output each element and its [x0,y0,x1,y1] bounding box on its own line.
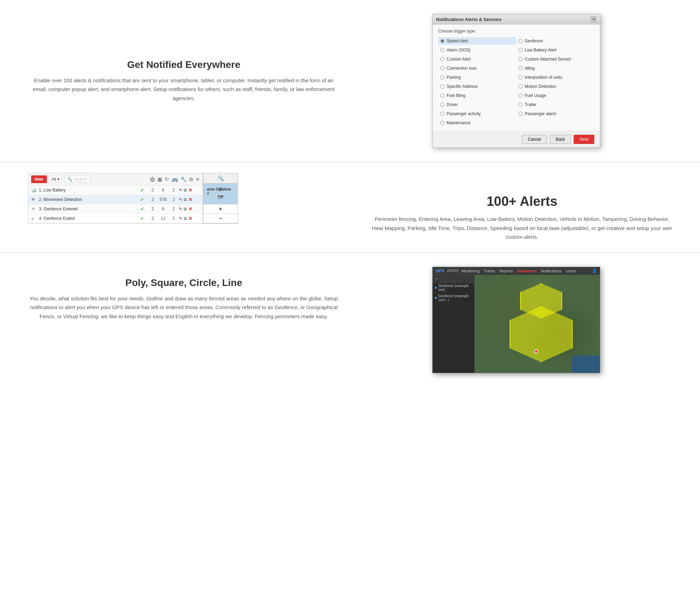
geofence-label-1: Geofence (example one) [438,284,472,292]
alert-n1-2: 2 [147,197,158,202]
edit-icon-3[interactable]: ✎ [179,207,182,211]
map-search-button[interactable]: 🔍 [203,173,238,183]
zoom-out-button[interactable]: − [203,214,238,223]
dialog-titlebar: Notifications Alerts & Sensors ✕ [433,14,600,25]
edit-icon[interactable]: ✎ [179,188,182,193]
copy-row-icon-2[interactable]: ⧉ [184,197,187,202]
option-interposition[interactable]: Interposition of units [516,74,594,81]
filter-all-label: All [51,177,56,182]
power-icon[interactable]: ⏻ [150,176,155,182]
gps-vehicle-marker [534,349,538,354]
map-eye-icon[interactable]: 👁 [217,186,224,194]
alerts-heading: 100+ Alerts [372,194,672,209]
nav-monitoring[interactable]: Monitoring [462,269,479,273]
option-geofence[interactable]: Geofence [516,37,594,45]
option-speed-alert[interactable]: Speed Alert [438,37,516,45]
option-passenger-activity[interactable]: Passenger activity [438,110,516,118]
table-row: ↙ 4. Geofence Exited ✓ 2 11 2 ✎ ⧉ ✕ [28,214,203,223]
next-button[interactable]: Next [574,135,594,144]
option-driver[interactable]: Driver [438,101,516,109]
edit-icon-4[interactable]: ✎ [179,216,182,221]
delete-icon-1[interactable]: ✕ [188,187,192,193]
option-trailer[interactable]: Trailer [516,101,594,109]
tool-icon[interactable]: 🔧 [181,176,187,182]
alerts-body: Perimeter fencing, Entering Area, Leavin… [372,215,672,242]
poly-heading: Poly, Square, Circle, Line [28,277,340,288]
close-icon[interactable]: ✕ [196,176,200,182]
add-geofence-icon[interactable]: ＋ [435,277,438,280]
option-specific-address[interactable]: Specific Address [438,83,516,90]
alert-n1-4: 2 [147,216,158,221]
delete-icon-3[interactable]: ✕ [188,206,192,212]
radio-specific-address [440,84,444,89]
alert-n2-2: 578 [158,197,168,202]
grid-icon[interactable]: ▦ [158,176,162,182]
option-custom-alert[interactable]: Custom Alert [438,55,516,63]
back-button[interactable]: Back [550,135,571,144]
option-maintenance[interactable]: Maintenance [438,119,516,127]
dialog-close-button[interactable]: ✕ [591,16,596,22]
table-row: 📊 1. Low Battery ✓ 2 6 2 ✎ ⧉ ✕ [28,186,203,195]
search-box[interactable]: 🔍 Search [64,176,90,183]
filter-all-select[interactable]: All ▾ [49,176,62,183]
gps-window: GPS WINDS Monitoring Tracks Reports Geof… [432,267,600,373]
row-icon-geofence-exit: ↙ [31,216,39,221]
radio-fuel-filling [440,93,444,98]
copy-row-icon-3[interactable]: ⧉ [184,207,187,211]
list-item[interactable]: Geofence (example cont...) [433,293,474,303]
map-layers-icon[interactable]: 🗺 [218,194,223,201]
copy-icon[interactable]: ⧉ [189,176,193,182]
nav-geofences[interactable]: Geofences [517,269,537,273]
refresh-icon[interactable]: ↻ [165,176,169,182]
zoom-in-button[interactable]: + [203,204,238,214]
delete-icon-2[interactable]: ✕ [188,197,192,202]
gps-user-icon: 👤 [592,269,597,273]
option-idling[interactable]: Idling [516,64,594,72]
search-placeholder: Search [74,177,87,182]
row-icon-eye: 👁 [31,197,39,202]
delete-icon-4[interactable]: ✕ [188,216,192,221]
option-fuel-filling[interactable]: Fuel filling [438,92,516,99]
alert-row-icons-3: ✎ ⧉ ✕ [179,206,200,212]
new-alert-button[interactable]: New [31,175,47,183]
option-low-battery-alert[interactable]: Low Battery Alert [516,46,594,54]
map-zoom-controls: + − [203,204,238,223]
nav-tracks[interactable]: Tracks [484,269,495,273]
alert-check-1: ✓ [137,187,147,193]
option-fuel-usage[interactable]: Fuel Usage [516,92,594,99]
option-passenger-alarm[interactable]: Passenger alarm [516,110,594,118]
alert-row-icons-4: ✎ ⧉ ✕ [179,216,200,221]
notifications-dialog: Notifications Alerts & Sensors ✕ Choose … [432,14,600,148]
list-item[interactable]: Geofence (example one) [433,283,474,293]
copy-row-icon-4[interactable]: ⧉ [184,216,187,221]
option-empty [516,119,594,127]
gps-water-area [572,355,600,373]
dialog-footer: Cancel Back Next [433,131,600,147]
bus-icon[interactable]: 🚌 [172,176,178,182]
option-parking[interactable]: Parking [438,74,516,81]
option-custom-attached-sensor[interactable]: Custom Attached Sensor [516,55,594,63]
nav-reports[interactable]: Reports [499,269,513,273]
alert-check-3: ✓ [137,206,147,212]
row-icon-geofence-enter: ↗ [31,207,39,211]
table-row: 👁 2. Movement Detection ✓ 2 578 2 ✎ ⧉ ✕ [28,195,203,204]
nav-notifications[interactable]: Notifications [541,269,562,273]
poly-image-column: GPS WINDS Monitoring Tracks Reports Geof… [360,267,672,373]
nav-users[interactable]: Users [566,269,576,273]
alert-n3-4: 2 [168,216,179,221]
gps-sidebar-header: ＋ [433,275,474,283]
cancel-button[interactable]: Cancel [522,135,547,144]
table-row: ↗ 3. Geofence Entered ✓ 2 8 2 ✎ ⧉ ✕ [28,204,203,214]
option-connection-loss[interactable]: Connection loss [438,64,516,72]
gps-satellite-map[interactable] [475,275,600,373]
radio-parking [440,75,444,79]
copy-row-icon[interactable]: ⧉ [184,188,187,193]
radio-interposition [518,75,523,79]
option-alarm-sos[interactable]: Alarm (SOS) [438,46,516,54]
geofence-shape-2 [510,306,573,362]
option-motion-detection[interactable]: Motion Detection [516,83,594,90]
edit-icon-2[interactable]: ✎ [179,197,182,202]
radio-low-battery-alert [518,48,523,52]
geofence-dot-1 [435,287,437,289]
gps-subtitle: WINDS [447,269,458,273]
